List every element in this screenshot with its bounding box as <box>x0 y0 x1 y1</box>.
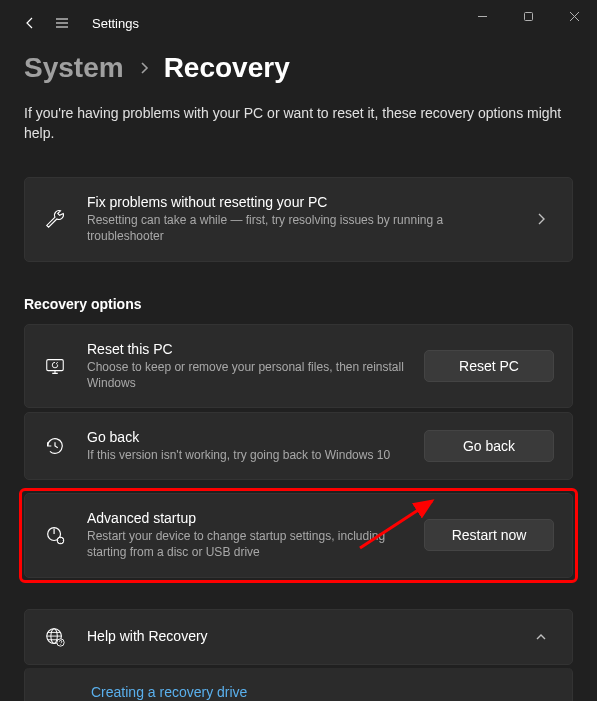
breadcrumb: System Recovery <box>24 52 573 84</box>
fix-problems-title: Fix problems without resetting your PC <box>87 194 514 210</box>
maximize-button[interactable] <box>505 0 551 32</box>
reset-pc-desc: Choose to keep or remove your personal f… <box>87 359 404 391</box>
chevron-up-icon <box>534 630 554 644</box>
window-title: Settings <box>92 16 139 31</box>
chevron-right-icon <box>138 61 150 75</box>
restart-now-button[interactable]: Restart now <box>424 519 554 551</box>
help-recovery-card[interactable]: Help with Recovery <box>24 609 573 665</box>
power-gear-icon <box>43 524 67 546</box>
wrench-icon <box>43 208 67 230</box>
recovery-options-label: Recovery options <box>24 296 573 312</box>
fix-problems-desc: Resetting can take a while — first, try … <box>87 212 514 244</box>
chevron-right-icon <box>534 212 554 226</box>
close-button[interactable] <box>551 0 597 32</box>
reset-pc-card: Reset this PC Choose to keep or remove y… <box>24 324 573 408</box>
svg-rect-0 <box>524 12 532 20</box>
svg-rect-1 <box>47 359 64 370</box>
reset-pc-icon <box>43 355 67 377</box>
menu-button[interactable] <box>46 7 78 39</box>
advanced-startup-card: Advanced startup Restart your device to … <box>24 493 573 577</box>
breadcrumb-parent[interactable]: System <box>24 52 124 84</box>
go-back-button[interactable]: Go back <box>424 430 554 462</box>
creating-recovery-drive-link[interactable]: Creating a recovery drive <box>91 684 247 700</box>
globe-help-icon <box>43 626 67 648</box>
go-back-card: Go back If this version isn't working, t… <box>24 412 573 480</box>
help-link-card[interactable]: Creating a recovery drive <box>24 668 573 702</box>
history-icon <box>43 435 67 457</box>
go-back-desc: If this version isn't working, try going… <box>87 447 404 463</box>
minimize-button[interactable] <box>459 0 505 32</box>
svg-point-6 <box>57 638 64 645</box>
help-recovery-title: Help with Recovery <box>87 628 514 644</box>
reset-pc-title: Reset this PC <box>87 341 404 357</box>
reset-pc-button[interactable]: Reset PC <box>424 350 554 382</box>
go-back-title: Go back <box>87 429 404 445</box>
intro-text: If you're having problems with your PC o… <box>24 104 573 143</box>
window-controls <box>459 0 597 32</box>
annotation-highlight: Advanced startup Restart your device to … <box>19 488 578 582</box>
fix-problems-card[interactable]: Fix problems without resetting your PC R… <box>24 177 573 261</box>
svg-point-7 <box>60 644 61 645</box>
advanced-startup-desc: Restart your device to change startup se… <box>87 528 404 560</box>
page-title: Recovery <box>164 52 290 84</box>
advanced-startup-title: Advanced startup <box>87 510 404 526</box>
back-button[interactable] <box>14 7 46 39</box>
